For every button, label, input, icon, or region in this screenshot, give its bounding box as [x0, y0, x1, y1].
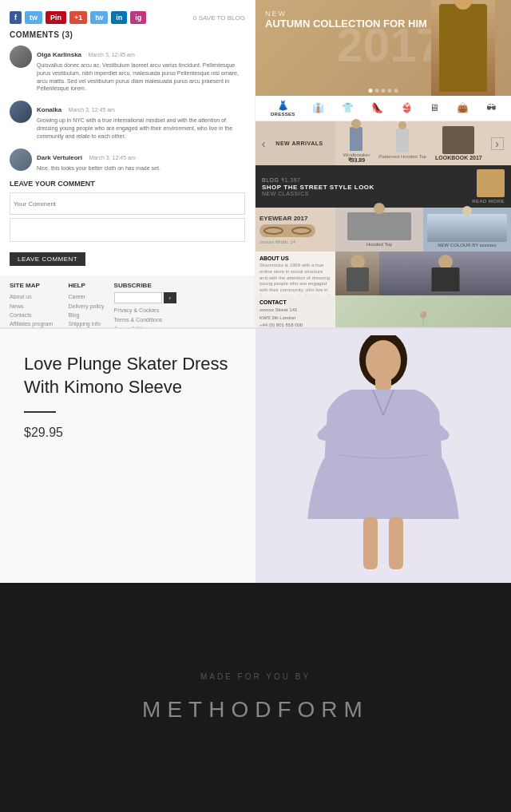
left-footer: SITE MAP About usNewsContactsAffiliates … [0, 275, 255, 327]
footer-subscribe: SUBSCRIBE › Privacy & CookiesTerms & Con… [114, 282, 176, 327]
about-us-section: ABOUT US Shamrocks is 1969 with a true o… [256, 252, 335, 295]
facebook-share-btn[interactable]: f [10, 11, 22, 24]
footer-subscribe-title: SUBSCRIBE [114, 282, 176, 289]
hero-dot[interactable] [388, 89, 392, 93]
bottom-section: MADE FOR YOU BY METHODFORM [0, 583, 511, 812]
person-photo-2 [379, 252, 511, 295]
hero-dot[interactable] [369, 89, 373, 93]
hero-person [431, 0, 495, 96]
nav-bags[interactable]: 👜 [457, 102, 469, 114]
product-info: Love Plunge Skater Dress With Kimono Sle… [0, 329, 256, 583]
comment-textarea[interactable] [10, 218, 245, 242]
leave-comment-title: LEAVE YOUR COMMENT [10, 180, 245, 188]
comment-text: Nice, this looks your better cloth on ha… [37, 164, 245, 172]
nav-tech[interactable]: 🖥 [430, 102, 439, 114]
nav-dresses[interactable]: 👗 DRESSES [271, 100, 295, 117]
footer-sitemap-title: SITE MAP [10, 282, 58, 289]
avatar [10, 149, 32, 171]
comment-date: March 3, 12:45 am [89, 155, 135, 160]
about-us-title: ABOUT US [259, 255, 331, 261]
street-style-text: Blog ₹1,397 SHOP THE STREET STYLE LOOK N… [262, 177, 374, 196]
street-style-band: Blog ₹1,397 SHOP THE STREET STYLE LOOK N… [256, 165, 511, 208]
hooded-top-label: Hooded Top [339, 242, 419, 247]
bag-icon: 👜 [457, 102, 469, 113]
glasses-icon: 🕶 [486, 102, 496, 113]
instagram-share-btn[interactable]: ig [130, 11, 146, 24]
read-more-label[interactable]: READ MORE [472, 199, 505, 204]
hooded-top-section: Hooded Top [335, 208, 423, 252]
comment-name-input[interactable] [10, 192, 245, 215]
category-nav: 👗 DRESSES 👔 👕 👠 👙 🖥 [256, 96, 511, 121]
eyewear-size: xxxxxx Width: 14 [259, 240, 331, 244]
avatar [10, 46, 32, 68]
footer-help-title: HELP [68, 282, 104, 289]
comments-title: COMMENTS (3) [10, 30, 245, 39]
nav-tops[interactable]: 👕 [342, 102, 354, 114]
googleplus-share-btn[interactable]: +1 [69, 11, 87, 24]
nav-shoes[interactable]: 👠 [371, 102, 383, 114]
comment-body: Olga Karlinska March 3, 12:45 am Quisval… [37, 46, 245, 93]
hero-text: NEW AUTUMN COLLECTION FOR HIM 2017 [265, 10, 427, 30]
new-arrivals-section: ‹ NEW ARRIVALS [256, 121, 335, 165]
svg-rect-2 [375, 377, 391, 390]
new-arrivals-row: ‹ NEW ARRIVALS Windbreaker ₹93.89 Patter… [256, 121, 511, 165]
product-price: $29.95 [24, 426, 232, 440]
footer-help-links: CareerDelivery policyBlogShipping info [68, 292, 104, 327]
street-right: READ MORE [472, 169, 505, 204]
lookbook-cell[interactable]: LOOKBOOK 2017 [435, 126, 482, 160]
map-section: 📍 [335, 295, 511, 327]
eyewear-title: EYEWEAR 2017 [259, 215, 331, 222]
new-colour-section: NEW COLOUR BY xxxxxxx [423, 208, 511, 252]
product-divider [24, 411, 56, 413]
hero-dot[interactable] [375, 89, 379, 93]
comment-text: Growing up in NYC with a true internatio… [37, 117, 245, 140]
street-style-title: SHOP THE STREET STYLE LOOK [262, 184, 374, 191]
nav-dresses-label: DRESSES [271, 112, 295, 117]
pinterest-share-btn[interactable]: Pin [46, 11, 66, 24]
linkedin-share-btn[interactable]: in [111, 11, 127, 24]
next-btn[interactable]: › [491, 137, 504, 150]
comment-date: March 3, 12:45 am [88, 52, 134, 57]
new-classics-label: New Classics [262, 191, 374, 196]
person-photo-1 [335, 252, 379, 295]
product-hooded[interactable]: Patterned Hooded Top [378, 129, 426, 159]
comment-name: Dark Vertuleori [37, 154, 82, 161]
contact-title: CONTACT [259, 299, 331, 305]
svg-rect-3 [363, 517, 378, 569]
hero-dot[interactable] [394, 89, 398, 93]
hero-dots [369, 89, 398, 93]
eyewear-row: EYEWEAR 2017 xxxxxx Width: 14 Hooded Top… [256, 208, 511, 252]
nav-lingerie[interactable]: 👙 [401, 102, 413, 114]
left-panel: f tw Pin +1 tw in ig 0 SAVE TO BLOG COMM… [0, 0, 256, 327]
nav-eyewear[interactable]: 🕶 [486, 102, 496, 114]
contact-insta-row: CONTACT xxxxxx Street 141 KWS 3th London… [256, 295, 511, 327]
comment-item: Olga Karlinska March 3, 12:45 am Quisval… [10, 46, 245, 93]
hero-dot[interactable] [382, 89, 386, 93]
comment-body: Konalka March 3, 12:45 am Growing up in … [37, 101, 245, 140]
product-image [256, 329, 511, 583]
nav-shirts[interactable]: 👔 [312, 102, 324, 114]
comment-name: Olga Karlinska [37, 51, 81, 58]
leave-comment-button[interactable]: LEAVE COMMENT [10, 252, 85, 266]
lingerie-icon: 👙 [401, 102, 413, 113]
lookbook-label: LOOKBOOK 2017 [435, 155, 482, 160]
hooded-label: Patterned Hooded Top [378, 154, 426, 159]
twitter-share-btn[interactable]: tw [25, 11, 42, 24]
arrival-products: Windbreaker ₹93.89 Patterned Hooded Top … [335, 121, 511, 165]
social-share-bar: f tw Pin +1 tw in ig 0 SAVE TO BLOG [10, 11, 245, 24]
hero-year: 2017 [336, 22, 442, 69]
contact-details: xxxxxx Street 141 KWS 3th London +44 (0)… [259, 307, 331, 327]
product-windbreaker[interactable]: Windbreaker ₹93.89 [343, 124, 370, 164]
windbreaker-price: ₹93.89 [348, 157, 366, 164]
footer-subscribe-button[interactable]: › [164, 292, 176, 303]
footer-help: HELP CareerDelivery policyBlogShipping i… [68, 282, 104, 327]
footer-subscribe-input[interactable] [114, 292, 162, 303]
twitter2-share-btn[interactable]: tw [90, 11, 108, 24]
prev-btn[interactable]: ‹ [257, 137, 270, 150]
hero-banner: NEW AUTUMN COLLECTION FOR HIM 2017 [256, 0, 511, 96]
footer-sitemap-links: About usNewsContactsAffiliates programSo… [10, 292, 58, 327]
product-title: Love Plunge Skater Dress With Kimono Sle… [24, 353, 232, 398]
share-count: 0 SAVE TO BLOG [193, 14, 245, 22]
comment-name: Konalka [37, 106, 61, 113]
new-arrivals-label: NEW ARRIVALS [268, 141, 331, 146]
